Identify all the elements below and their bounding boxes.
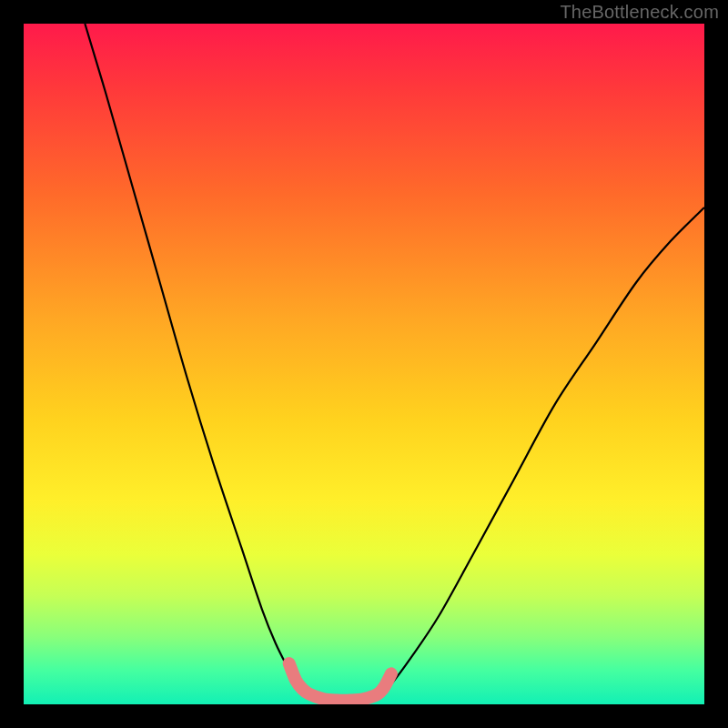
- watermark-text: TheBottleneck.com: [560, 2, 719, 23]
- chart-frame: TheBottleneck.com: [0, 0, 728, 728]
- curve-right-branch: [378, 207, 704, 694]
- curve-layer: [24, 24, 704, 704]
- curve-left-branch: [85, 24, 309, 694]
- curve-highlight: [289, 663, 391, 701]
- plot-area: [24, 24, 704, 704]
